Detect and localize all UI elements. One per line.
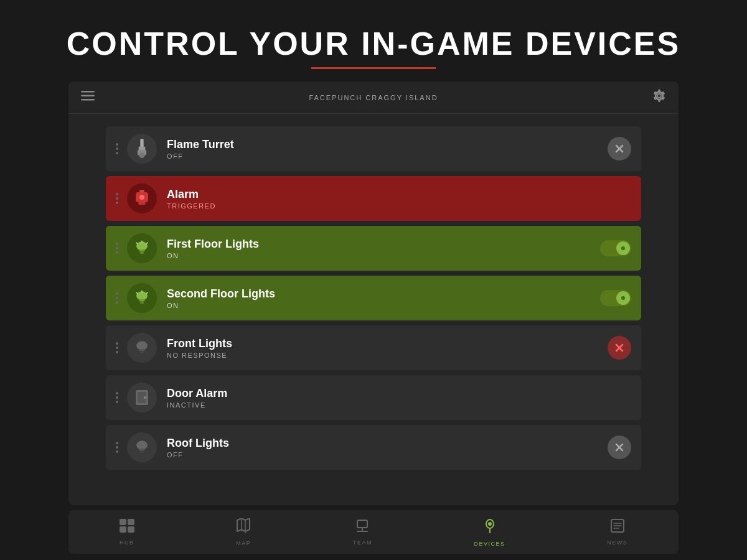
svg-rect-0 (81, 91, 95, 93)
roof-lights-icon-container (127, 432, 157, 462)
svg-rect-39 (128, 519, 134, 525)
svg-rect-34 (139, 449, 145, 451)
alarm-icon-container (127, 184, 157, 213)
second-floor-lights-name: Second Floor Lights (167, 287, 600, 301)
news-label: NEWS (607, 539, 627, 546)
flame-turret-name: Flame Turret (167, 138, 600, 151)
svg-rect-11 (138, 202, 146, 205)
second-floor-lights-control[interactable] (600, 290, 631, 306)
svg-line-23 (136, 292, 138, 294)
alarm-status: TRIGGERED (167, 202, 600, 210)
toggle-knob (616, 291, 630, 305)
svg-rect-44 (357, 520, 367, 528)
drag-handle[interactable] (116, 193, 118, 204)
drag-handle[interactable] (116, 442, 118, 453)
svg-point-32 (144, 396, 146, 399)
door-alarm-info: Door Alarm INACTIVE (167, 387, 600, 409)
first-floor-lights-status: ON (167, 252, 600, 259)
map-icon (237, 518, 250, 537)
nav-item-news[interactable]: NEWS (594, 514, 640, 551)
svg-rect-3 (140, 139, 143, 147)
svg-point-12 (139, 195, 144, 200)
svg-rect-14 (139, 250, 145, 252)
nav-item-hub[interactable]: HUB (107, 514, 147, 551)
front-lights-name: Front Lights (167, 337, 600, 350)
second-floor-lights-icon-container (127, 283, 157, 313)
device-row-front-lights: Front Lights NO RESPONSE (106, 325, 641, 370)
toggle-dot (621, 246, 625, 250)
menu-icon[interactable] (81, 91, 95, 104)
svg-point-25 (136, 341, 148, 350)
svg-rect-21 (140, 301, 143, 304)
first-floor-lights-icon-container (127, 233, 157, 263)
first-floor-lights-name: First Floor Lights (167, 238, 600, 251)
svg-point-49 (488, 522, 492, 526)
roof-lights-control[interactable] (600, 436, 631, 459)
first-floor-lights-toggle[interactable] (600, 240, 631, 256)
flame-turret-icon-container (127, 134, 157, 164)
flame-turret-control[interactable] (600, 137, 631, 161)
svg-rect-26 (139, 349, 145, 352)
drag-handle[interactable] (116, 342, 118, 353)
map-label: MAP (236, 540, 251, 546)
toggle-knob (616, 241, 630, 255)
flame-turret-info: Flame Turret OFF (167, 138, 600, 160)
title-underline (311, 67, 436, 69)
door-alarm-status: INACTIVE (167, 401, 600, 409)
drag-handle[interactable] (116, 392, 118, 403)
bottom-nav: HUB MAP TEAM DEVI (68, 510, 679, 554)
first-floor-lights-info: First Floor Lights ON (167, 238, 600, 259)
nav-item-map[interactable]: MAP (223, 513, 263, 551)
front-lights-control[interactable] (600, 336, 631, 360)
alarm-name: Alarm (167, 188, 600, 201)
devices-icon (484, 518, 496, 538)
device-row-roof-lights: Roof Lights OFF (106, 425, 641, 470)
nav-item-team[interactable]: TEAM (341, 514, 385, 551)
device-row-door-alarm: Door Alarm INACTIVE (106, 375, 641, 420)
roof-lights-status-btn[interactable] (608, 436, 631, 459)
devices-list: Flame Turret OFF (68, 114, 679, 505)
front-lights-info: Front Lights NO RESPONSE (167, 337, 600, 359)
svg-rect-2 (81, 99, 95, 101)
door-alarm-icon-container (127, 383, 157, 413)
main-panel: FACEPUNCH CRAGGY ISLAND Fl (68, 82, 679, 505)
svg-rect-38 (120, 519, 126, 525)
svg-rect-9 (139, 190, 144, 192)
panel-header: FACEPUNCH CRAGGY ISLAND (68, 82, 679, 114)
flame-turret-status-btn[interactable] (608, 137, 631, 161)
server-name: FACEPUNCH CRAGGY ISLAND (309, 94, 438, 101)
front-lights-icon-container (127, 333, 157, 363)
hub-label: HUB (120, 539, 134, 546)
svg-line-24 (146, 292, 148, 294)
device-row-second-floor-lights: Second Floor Lights ON (106, 276, 641, 320)
svg-rect-15 (140, 251, 143, 254)
title-section: CONTROL YOUR IN-GAME DEVICES (0, 0, 747, 75)
svg-point-33 (136, 441, 148, 449)
device-row-first-floor-lights: First Floor Lights ON (106, 226, 641, 271)
devices-label: DEVICES (474, 541, 505, 547)
second-floor-lights-info: Second Floor Lights ON (167, 287, 600, 309)
roof-lights-info: Roof Lights OFF (167, 437, 600, 459)
alarm-info: Alarm TRIGGERED (167, 188, 600, 210)
svg-rect-40 (120, 526, 126, 533)
drag-handle[interactable] (116, 292, 118, 304)
drag-handle[interactable] (116, 143, 118, 154)
svg-rect-1 (81, 95, 95, 97)
svg-line-17 (136, 243, 138, 244)
svg-rect-27 (140, 351, 143, 353)
svg-rect-41 (128, 526, 134, 533)
toggle-dot (621, 296, 625, 300)
front-lights-status-btn[interactable] (608, 336, 631, 360)
second-floor-lights-toggle[interactable] (600, 290, 631, 306)
drag-handle[interactable] (116, 243, 118, 254)
roof-lights-name: Roof Lights (167, 437, 600, 450)
nav-item-devices[interactable]: DEVICES (462, 513, 518, 552)
settings-icon[interactable] (652, 89, 666, 106)
svg-rect-20 (139, 299, 145, 302)
roof-lights-status: OFF (167, 451, 600, 459)
svg-point-6 (139, 152, 145, 158)
first-floor-lights-control[interactable] (600, 240, 631, 256)
hub-icon (120, 519, 134, 536)
svg-rect-35 (140, 450, 143, 453)
team-label: TEAM (353, 539, 372, 546)
